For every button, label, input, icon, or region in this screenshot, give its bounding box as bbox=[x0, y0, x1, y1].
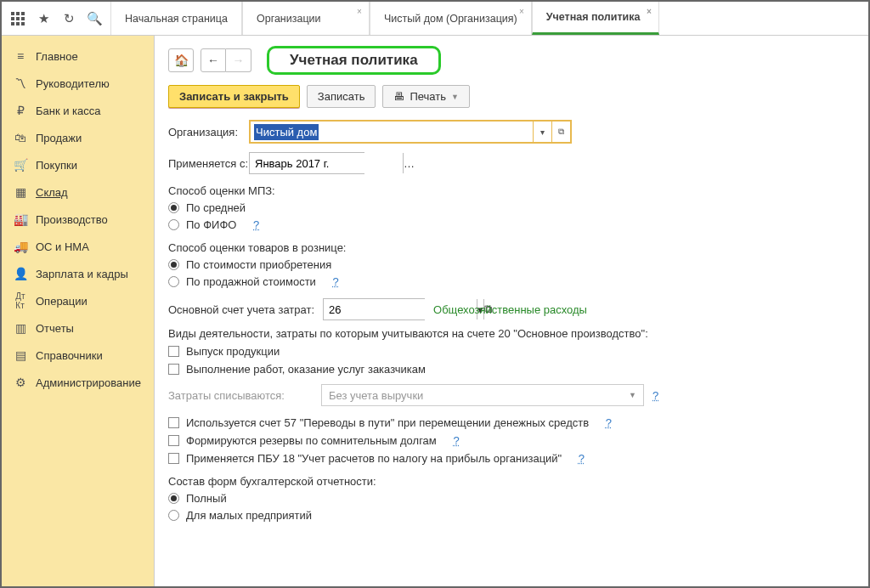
tab-organizations[interactable]: Организации× bbox=[242, 2, 370, 35]
date-picker-button[interactable]: … bbox=[403, 153, 415, 173]
radio-report-full[interactable]: Полный bbox=[168, 492, 855, 505]
close-icon[interactable]: × bbox=[519, 7, 524, 16]
radio-icon bbox=[168, 493, 179, 504]
help-icon[interactable]: ? bbox=[606, 416, 612, 429]
sidebar-label: Покупки bbox=[36, 159, 77, 172]
sidebar-label: Справочники bbox=[36, 349, 103, 362]
sidebar-item-production[interactable]: 🏭Производство bbox=[2, 206, 154, 233]
print-label: Печать bbox=[410, 90, 446, 103]
radio-retail-sale[interactable]: По продажной стоимости ? bbox=[168, 275, 855, 288]
check-label: Выполнение работ, оказание услуг заказчи… bbox=[186, 363, 426, 376]
help-icon[interactable]: ? bbox=[579, 452, 585, 465]
apps-icon[interactable] bbox=[7, 8, 29, 30]
back-button[interactable]: ← bbox=[201, 48, 226, 72]
check-acc57[interactable]: Используется счет 57 "Переводы в пути" п… bbox=[168, 416, 855, 429]
sidebar-item-assets[interactable]: 🚚ОС и НМА bbox=[2, 233, 154, 260]
sidebar-label: Операции bbox=[36, 295, 88, 308]
check-label: Применяется ПБУ 18 "Учет расчетов по нал… bbox=[186, 452, 562, 465]
radio-icon bbox=[168, 259, 179, 270]
printer-icon: 🖶 bbox=[393, 90, 404, 103]
tab-home[interactable]: Начальная страница bbox=[110, 2, 242, 35]
checkbox-icon bbox=[168, 435, 179, 446]
factory-icon: 🏭 bbox=[14, 212, 27, 226]
tab-accounting-policy[interactable]: Учетная политика× bbox=[532, 2, 659, 35]
ruble-icon: ₽ bbox=[14, 104, 27, 117]
cart-icon: 🛒 bbox=[14, 158, 27, 172]
check-release[interactable]: Выпуск продукции bbox=[168, 345, 855, 358]
radio-retail-cost[interactable]: По стоимости приобретения bbox=[168, 258, 855, 271]
writeoff-select: Без учета выручки▼ bbox=[321, 384, 644, 406]
help-icon[interactable]: ? bbox=[652, 389, 658, 402]
radio-mpz-fifo[interactable]: По ФИФО ? bbox=[168, 218, 855, 231]
date-input[interactable]: … bbox=[249, 152, 364, 174]
date-value[interactable] bbox=[250, 153, 403, 173]
history-icon[interactable]: ↻ bbox=[58, 8, 80, 30]
checkbox-icon bbox=[168, 417, 179, 428]
sidebar-item-operations[interactable]: ДтКтОперации bbox=[2, 287, 154, 314]
checkbox-icon bbox=[168, 453, 179, 464]
save-button[interactable]: Записать bbox=[307, 85, 376, 108]
check-reserve[interactable]: Формируются резервы по сомнительным долг… bbox=[168, 434, 855, 447]
radio-label: По средней bbox=[186, 201, 246, 214]
sidebar-item-purchases[interactable]: 🛒Покупки bbox=[2, 151, 154, 178]
activity-label: Виды деятельности, затраты по которым уч… bbox=[168, 327, 855, 340]
check-label: Формируются резервы по сомнительным долг… bbox=[186, 434, 437, 447]
sidebar-item-sales[interactable]: 🛍Продажи bbox=[2, 124, 154, 151]
check-pbu18[interactable]: Применяется ПБУ 18 "Учет расчетов по нал… bbox=[168, 452, 855, 465]
sidebar-item-main[interactable]: ≡Главное bbox=[2, 42, 154, 70]
sidebar-item-admin[interactable]: ⚙Администрирование bbox=[2, 369, 154, 396]
account-input[interactable]: ▾⧉ bbox=[323, 298, 425, 320]
close-icon[interactable]: × bbox=[647, 7, 652, 16]
org-select[interactable]: Чистый дом ▾ ⧉ bbox=[249, 120, 572, 144]
sidebar-label: Администрирование bbox=[36, 376, 141, 389]
check-label: Выпуск продукции bbox=[186, 345, 280, 358]
sidebar-item-manager[interactable]: 〽Руководителю bbox=[2, 70, 154, 97]
sidebar-item-bank[interactable]: ₽Банк и касса bbox=[2, 97, 154, 124]
sidebar-item-reports[interactable]: ▥Отчеты bbox=[2, 314, 154, 342]
radio-label: Полный bbox=[186, 492, 227, 505]
help-icon[interactable]: ? bbox=[253, 218, 259, 231]
home-button[interactable]: 🏠 bbox=[168, 48, 194, 72]
chevron-down-icon: ▼ bbox=[451, 93, 459, 101]
list-icon: ▤ bbox=[14, 348, 27, 362]
radio-report-small[interactable]: Для малых предприятий bbox=[168, 509, 855, 522]
sidebar-label: Отчеты bbox=[36, 322, 74, 335]
chevron-down-icon: ▼ bbox=[629, 391, 636, 399]
date-label: Применяется с: bbox=[168, 157, 249, 170]
tab-label: Начальная страница bbox=[125, 13, 228, 25]
check-label: Используется счет 57 "Переводы в пути" п… bbox=[186, 416, 589, 429]
sidebar-item-hr[interactable]: 👤Зарплата и кадры bbox=[2, 260, 154, 287]
check-works[interactable]: Выполнение работ, оказание услуг заказчи… bbox=[168, 363, 855, 376]
radio-label: По стоимости приобретения bbox=[186, 258, 331, 271]
radio-icon bbox=[168, 510, 179, 521]
page-title: Учетная политика bbox=[267, 46, 441, 75]
help-icon[interactable]: ? bbox=[453, 434, 459, 447]
sidebar: ≡Главное 〽Руководителю ₽Банк и касса 🛍Пр… bbox=[2, 36, 155, 586]
close-icon[interactable]: × bbox=[357, 7, 362, 16]
radio-label: По продажной стоимости bbox=[186, 275, 316, 288]
forward-button[interactable]: → bbox=[226, 48, 251, 72]
open-button[interactable]: ⧉ bbox=[551, 122, 570, 142]
checkbox-icon bbox=[168, 346, 179, 357]
radio-label: По ФИФО bbox=[186, 218, 236, 231]
mpz-label: Способ оценки МПЗ: bbox=[168, 184, 855, 197]
sidebar-item-directories[interactable]: ▤Справочники bbox=[2, 342, 154, 369]
radio-mpz-avg[interactable]: По средней bbox=[168, 201, 855, 214]
checkbox-icon bbox=[168, 364, 179, 375]
search-icon[interactable]: 🔍 bbox=[83, 8, 105, 30]
sidebar-label: ОС и НМА bbox=[36, 240, 89, 253]
sidebar-item-stock[interactable]: ▦Склад bbox=[2, 178, 154, 206]
radio-label: Для малых предприятий bbox=[186, 509, 312, 522]
dropdown-button[interactable]: ▾ bbox=[533, 122, 551, 142]
star-icon[interactable]: ★ bbox=[32, 8, 54, 30]
sidebar-label: Банк и касса bbox=[36, 105, 101, 117]
account-link[interactable]: Общехозяйственные расходы bbox=[433, 303, 587, 316]
print-button[interactable]: 🖶Печать▼ bbox=[382, 85, 470, 108]
chart-icon: 〽 bbox=[14, 76, 27, 90]
retail-label: Способ оценки товаров в рознице: bbox=[168, 241, 855, 254]
bars-icon: ▥ bbox=[14, 321, 27, 335]
tab-clean-house[interactable]: Чистый дом (Организация)× bbox=[370, 2, 532, 35]
save-close-button[interactable]: Записать и закрыть bbox=[168, 85, 300, 108]
content-area: 🏠 ← → Учетная политика Записать и закрыт… bbox=[155, 36, 868, 586]
help-icon[interactable]: ? bbox=[333, 275, 339, 288]
